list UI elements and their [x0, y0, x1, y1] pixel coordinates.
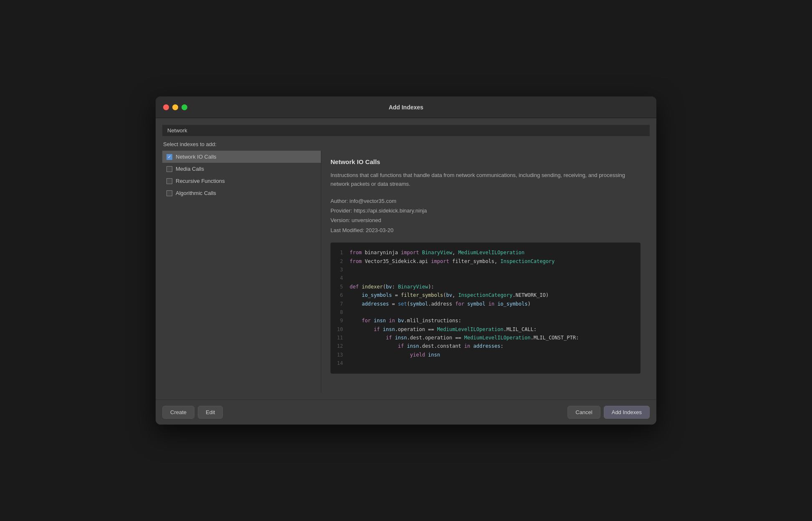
cancel-button[interactable]: Cancel — [567, 406, 600, 419]
list-item-label: Recursive Functions — [176, 178, 225, 184]
code-line-6: 6 io_symbols = filter_symbols(bv, Inspec… — [336, 291, 635, 299]
list-panel: ✓ Network IO Calls Media Calls Recursive… — [162, 151, 321, 393]
code-line-3: 3 — [336, 266, 635, 274]
select-label: Select indexes to add: — [162, 141, 650, 147]
code-line-7: 7 addresses = set(symbol.address for sym… — [336, 300, 635, 308]
window-title: Add Indexes — [388, 104, 423, 111]
code-line-11: 11 if insn.dest.operation == MediumLevel… — [336, 334, 635, 342]
add-indexes-button[interactable]: Add Indexes — [604, 406, 650, 419]
code-line-8: 8 — [336, 308, 635, 316]
titlebar: Add Indexes — [156, 96, 656, 118]
detail-version: Version: unversioned — [330, 215, 641, 225]
main-window: Add Indexes Network Select indexes to ad… — [156, 96, 656, 425]
section-header: Network — [162, 125, 650, 136]
code-line-10: 10 if insn.operation == MediumLevelILOpe… — [336, 325, 635, 334]
code-line-9: 9 for insn in bv.mlil_instructions: — [336, 316, 635, 325]
detail-last-modified: Last Modified: 2023-03-20 — [330, 225, 641, 235]
list-item-algorithmic-calls[interactable]: Algorithmic Calls — [162, 187, 321, 199]
checkbox-recursive-functions[interactable] — [166, 178, 172, 184]
detail-provider: Provider: https://api.sidekick.binary.ni… — [330, 206, 641, 215]
minimize-button[interactable] — [172, 104, 178, 110]
code-line-2: 2 from Vector35_Sidekick.api import filt… — [336, 257, 635, 266]
code-line-12: 12 if insn.dest.constant in addresses: — [336, 342, 635, 350]
detail-title: Network IO Calls — [330, 158, 641, 165]
maximize-button[interactable] — [182, 104, 187, 110]
list-item-recursive-functions[interactable]: Recursive Functions — [162, 175, 321, 187]
code-line-14: 14 — [336, 359, 635, 367]
checkbox-network-io-calls[interactable]: ✓ — [166, 154, 172, 160]
footer: Create Edit Cancel Add Indexes — [156, 400, 656, 425]
close-button[interactable] — [163, 104, 169, 110]
list-item-label: Algorithmic Calls — [176, 190, 216, 196]
checkbox-media-calls[interactable] — [166, 166, 172, 172]
list-item-label: Media Calls — [176, 166, 204, 172]
code-line-5: 5 def indexer(bv: BinaryView): — [336, 283, 635, 291]
traffic-lights — [163, 104, 187, 110]
list-item-label: Network IO Calls — [176, 154, 217, 160]
detail-description: Instructions that call functions that ha… — [330, 171, 641, 189]
detail-panel: Network IO Calls Instructions that call … — [321, 151, 650, 393]
main-panel: ✓ Network IO Calls Media Calls Recursive… — [162, 151, 650, 393]
footer-left: Create Edit — [162, 406, 223, 419]
code-line-13: 13 yield insn — [336, 351, 635, 359]
detail-author: Author: info@vector35.com — [330, 196, 641, 206]
list-item-network-io-calls[interactable]: ✓ Network IO Calls — [162, 151, 321, 163]
code-line-1: 1 from binaryninja import BinaryView, Me… — [336, 248, 635, 257]
content-area: Network Select indexes to add: ✓ Network… — [156, 118, 656, 400]
code-line-4: 4 — [336, 274, 635, 282]
code-block: 1 from binaryninja import BinaryView, Me… — [330, 243, 641, 373]
list-item-media-calls[interactable]: Media Calls — [162, 163, 321, 175]
create-button[interactable]: Create — [162, 406, 194, 419]
checkbox-algorithmic-calls[interactable] — [166, 190, 172, 196]
edit-button[interactable]: Edit — [198, 406, 223, 419]
footer-right: Cancel Add Indexes — [567, 406, 650, 419]
detail-meta: Author: info@vector35.com Provider: http… — [330, 196, 641, 235]
